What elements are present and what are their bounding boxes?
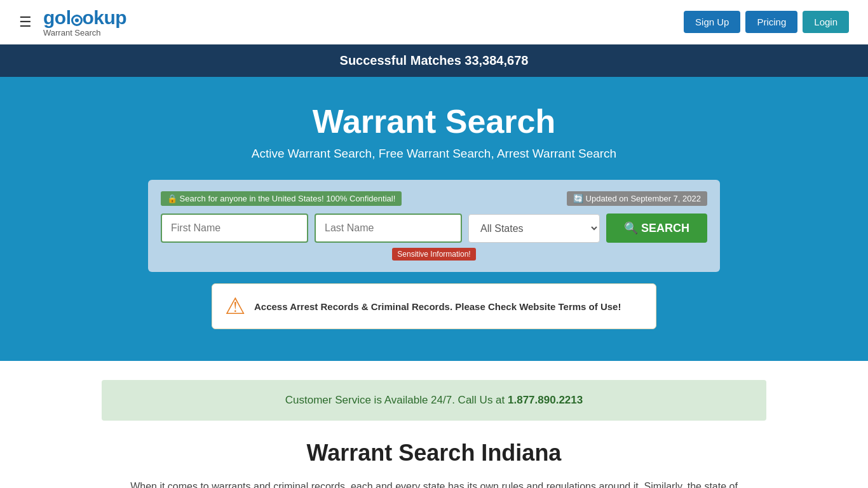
login-button[interactable]: Login	[803, 11, 849, 33]
search-info-bar: 🔒 Search for anyone in the United States…	[161, 191, 707, 206]
logo-okup: okup	[83, 7, 127, 28]
pricing-button[interactable]: Pricing	[745, 11, 797, 33]
content-paragraph: When it comes to warrants and criminal r…	[129, 478, 739, 488]
search-confidential-badge: 🔒 Search for anyone in the United States…	[161, 191, 402, 206]
state-select[interactable]: All StatesAlabamaAlaskaArizonaArkansasCa…	[468, 214, 600, 243]
content-title: Warrant Search Indiana	[129, 440, 739, 466]
signup-button[interactable]: Sign Up	[684, 11, 740, 33]
hero-subtitle: Active Warrant Search, Free Warrant Sear…	[13, 147, 855, 161]
logo-eye-icon	[71, 15, 83, 26]
search-button[interactable]: 🔍 SEARCH	[606, 214, 707, 243]
header: ☰ golokup Warrant Search Sign Up Pricing…	[0, 0, 868, 44]
warning-text: Access Arrest Records & Criminal Records…	[254, 301, 621, 312]
menu-icon[interactable]: ☰	[19, 14, 32, 30]
logo-go: gol	[43, 7, 71, 28]
header-left: ☰ golokup Warrant Search	[19, 7, 126, 37]
customer-service-phone[interactable]: 1.877.890.2213	[508, 394, 583, 406]
header-right: Sign Up Pricing Login	[684, 11, 849, 33]
customer-service-wrapper: Customer Service is Available 24/7. Call…	[51, 380, 817, 421]
warning-bar: ⚠ Access Arrest Records & Criminal Recor…	[212, 283, 656, 329]
hero-section: Warrant Search Active Warrant Search, Fr…	[0, 77, 868, 361]
content-section: Warrant Search Indiana When it comes to …	[104, 440, 764, 488]
customer-service-bar: Customer Service is Available 24/7. Call…	[102, 380, 766, 421]
sensitive-badge: Sensitive Information!	[392, 248, 475, 261]
logo-text: golokup	[43, 7, 126, 28]
stats-text: Successful Matches 33,384,678	[340, 53, 529, 67]
first-name-input[interactable]	[161, 214, 308, 243]
logo-subtitle: Warrant Search	[43, 28, 101, 37]
search-container: 🔒 Search for anyone in the United States…	[148, 180, 720, 272]
search-updated-badge: 🔄 Updated on September 7, 2022	[567, 191, 707, 206]
stats-bar: Successful Matches 33,384,678	[0, 44, 868, 77]
customer-service-label: Customer Service is Available 24/7. Call…	[285, 394, 508, 406]
logo: golokup Warrant Search	[43, 7, 126, 37]
search-fields: All StatesAlabamaAlaskaArizonaArkansasCa…	[161, 214, 707, 243]
customer-service-text: Customer Service is Available 24/7. Call…	[285, 394, 583, 406]
hero-title: Warrant Search	[13, 102, 855, 140]
last-name-input[interactable]	[315, 214, 462, 243]
warning-icon: ⚠	[225, 293, 245, 320]
